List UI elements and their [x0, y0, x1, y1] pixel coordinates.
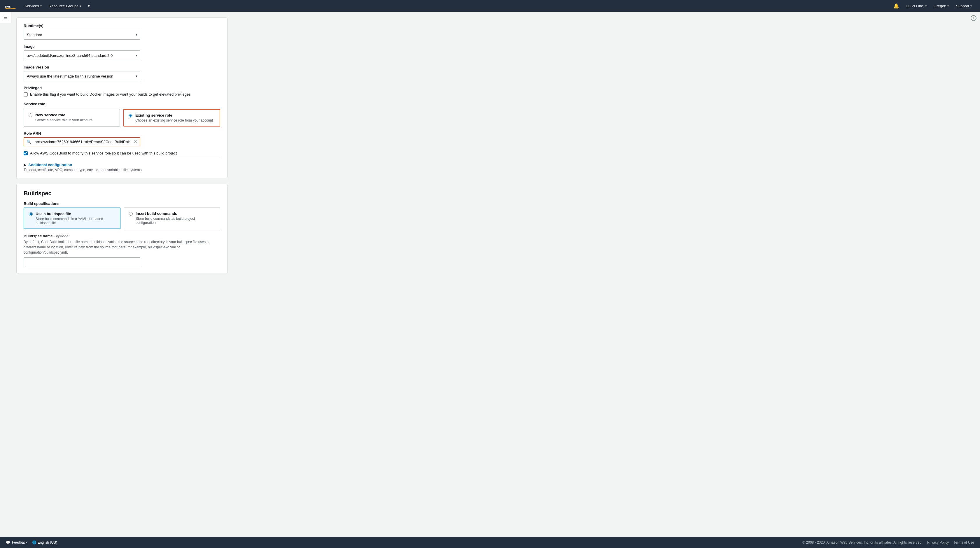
- role-arn-group: Role ARN 🔍 ✕: [24, 131, 220, 146]
- copyright-text: © 2008 - 2020, Amazon Web Services, Inc.…: [802, 540, 922, 545]
- existing-service-role-title: Existing service role: [135, 113, 213, 118]
- support-nav[interactable]: Support ▾: [952, 0, 975, 12]
- feedback-button[interactable]: 💬 Feedback: [6, 540, 27, 545]
- use-buildspec-file-radio[interactable]: [29, 212, 33, 216]
- use-buildspec-file-desc: Store build commands in a YAML-formatted…: [36, 217, 115, 225]
- buildspec-section: Buildspec Build specifications Use a bui…: [16, 184, 228, 273]
- build-specs-group: Build specifications Use a buildspec fil…: [24, 202, 220, 229]
- new-service-role-option[interactable]: New service role Create a service role i…: [24, 109, 120, 127]
- region-nav[interactable]: Oregon ▾: [930, 0, 952, 12]
- new-service-role-radio[interactable]: [29, 113, 32, 117]
- buildspec-name-label: Buildspec name - optional: [24, 234, 220, 238]
- additional-config-chevron-icon: ▶: [24, 163, 27, 167]
- privileged-checkbox-label: Enable this flag if you want to build Do…: [30, 92, 191, 97]
- use-buildspec-file-option[interactable]: Use a buildspec file Store build command…: [24, 208, 121, 229]
- additional-config-toggle[interactable]: ▶ Additional configuration: [24, 163, 220, 167]
- additional-config-section: ▶ Additional configuration Timeout, cert…: [24, 158, 220, 172]
- footer-right: © 2008 - 2020, Amazon Web Services, Inc.…: [802, 540, 974, 545]
- service-role-options: New service role Create a service role i…: [24, 109, 220, 127]
- use-buildspec-file-content: Use a buildspec file Store build command…: [36, 211, 115, 225]
- feedback-label: Feedback: [12, 540, 27, 545]
- main-wrapper: Runtime(s) Standard ▾ Image aws/codebuil…: [0, 12, 980, 548]
- info-icon[interactable]: i: [970, 15, 977, 21]
- buildspec-options: Use a buildspec file Store build command…: [24, 208, 220, 229]
- insert-commands-option[interactable]: Insert build commands Store build comman…: [124, 208, 220, 229]
- language-label: English (US): [38, 540, 57, 545]
- image-select[interactable]: aws/codebuild/amazonlinux2-aarch64-stand…: [24, 51, 140, 60]
- allow-modify-group: Allow AWS CodeBuild to modify this servi…: [24, 151, 220, 156]
- search-icon: 🔍: [24, 140, 33, 144]
- privileged-label: Privileged: [24, 86, 220, 90]
- role-arn-wrapper: 🔍 ✕: [24, 137, 140, 146]
- existing-service-role-desc: Choose an existing service role from you…: [135, 118, 213, 122]
- new-service-role-desc: Create a service role in your account: [35, 118, 92, 122]
- notifications-bell-icon[interactable]: 🔔: [890, 3, 903, 9]
- buildspec-name-group: Buildspec name - optional By default, Co…: [24, 234, 220, 267]
- insert-commands-title: Insert build commands: [135, 211, 215, 216]
- account-nav[interactable]: LOVO Inc. ▾: [903, 0, 930, 12]
- build-specs-label: Build specifications: [24, 202, 220, 206]
- existing-service-role-content: Existing service role Choose an existing…: [135, 113, 213, 122]
- image-version-group: Image version Always use the latest imag…: [24, 65, 220, 81]
- image-version-select[interactable]: Always use the latest image for this run…: [24, 71, 140, 81]
- runtimes-label: Runtime(s): [24, 24, 220, 28]
- allow-modify-label: Allow AWS CodeBuild to modify this servi…: [30, 151, 177, 156]
- new-service-role-title: New service role: [35, 113, 92, 117]
- top-navigation: aws Services ▾ Resource Groups ▾ ✦ 🔔 LOV…: [0, 0, 980, 12]
- region-label: Oregon: [934, 4, 946, 8]
- resource-groups-nav[interactable]: Resource Groups ▾: [45, 0, 84, 12]
- existing-service-role-option[interactable]: Existing service role Choose an existing…: [123, 109, 220, 127]
- service-role-label: Service role: [24, 102, 220, 106]
- new-service-role-content: New service role Create a service role i…: [35, 113, 92, 122]
- role-arn-input[interactable]: [33, 138, 131, 146]
- right-panel: i: [239, 12, 980, 548]
- sidebar-toggle[interactable]: ☰: [0, 12, 12, 23]
- existing-service-role-radio[interactable]: [129, 114, 132, 118]
- image-select-wrapper: aws/codebuild/amazonlinux2-aarch64-stand…: [24, 51, 140, 60]
- additional-config-desc: Timeout, certificate, VPC, compute type,…: [24, 168, 220, 172]
- nav-right-section: 🔔 LOVO Inc. ▾ Oregon ▾ Support ▾: [890, 0, 975, 12]
- svg-text:aws: aws: [5, 5, 11, 8]
- footer: 💬 Feedback 🌐 English (US) © 2008 - 2020,…: [0, 537, 980, 548]
- additional-config-title: Additional configuration: [28, 163, 72, 167]
- role-arn-label: Role ARN: [24, 131, 220, 135]
- support-chevron-icon: ▾: [970, 4, 972, 8]
- terms-of-use-link[interactable]: Terms of Use: [953, 540, 974, 545]
- content-area: Runtime(s) Standard ▾ Image aws/codebuil…: [0, 12, 239, 548]
- account-label: LOVO Inc.: [906, 4, 924, 8]
- resource-groups-label: Resource Groups: [49, 4, 78, 8]
- runtimes-select[interactable]: Standard: [24, 30, 140, 40]
- privileged-checkbox[interactable]: [24, 92, 28, 97]
- image-version-select-wrapper: Always use the latest image for this run…: [24, 71, 140, 81]
- insert-commands-desc: Store build commands as build project co…: [135, 217, 215, 225]
- services-label: Services: [24, 4, 39, 8]
- allow-modify-checkbox[interactable]: [24, 151, 28, 156]
- support-label: Support: [956, 4, 969, 8]
- insert-commands-radio[interactable]: [129, 212, 133, 216]
- privacy-policy-link[interactable]: Privacy Policy: [927, 540, 949, 545]
- region-chevron-icon: ▾: [947, 4, 949, 8]
- image-label: Image: [24, 44, 220, 49]
- service-role-section: Service role New service role Create a s…: [24, 102, 220, 127]
- aws-logo[interactable]: aws: [5, 2, 16, 10]
- hamburger-icon: ☰: [4, 15, 8, 20]
- clear-role-arn-icon[interactable]: ✕: [131, 140, 140, 144]
- buildspec-heading: Buildspec: [24, 190, 220, 197]
- insert-commands-content: Insert build commands Store build comman…: [135, 211, 215, 225]
- use-buildspec-file-title: Use a buildspec file: [36, 211, 115, 216]
- globe-icon: 🌐: [32, 540, 37, 545]
- services-chevron-icon: ▾: [40, 4, 42, 8]
- image-group: Image aws/codebuild/amazonlinux2-aarch64…: [24, 44, 220, 60]
- favorites-icon[interactable]: ✦: [84, 3, 93, 9]
- language-selector[interactable]: 🌐 English (US): [32, 540, 57, 545]
- feedback-speech-icon: 💬: [6, 540, 10, 545]
- buildspec-name-desc: By default, CodeBuild looks for a file n…: [24, 239, 220, 255]
- buildspec-name-input-placeholder: [24, 257, 140, 267]
- privileged-checkbox-group: Enable this flag if you want to build Do…: [24, 92, 220, 97]
- resource-groups-chevron-icon: ▾: [80, 4, 81, 8]
- privileged-group: Privileged Enable this flag if you want …: [24, 86, 220, 97]
- services-nav[interactable]: Services ▾: [21, 0, 45, 12]
- image-version-label: Image version: [24, 65, 220, 69]
- runtimes-group: Runtime(s) Standard ▾: [24, 24, 220, 40]
- account-chevron-icon: ▾: [925, 4, 927, 8]
